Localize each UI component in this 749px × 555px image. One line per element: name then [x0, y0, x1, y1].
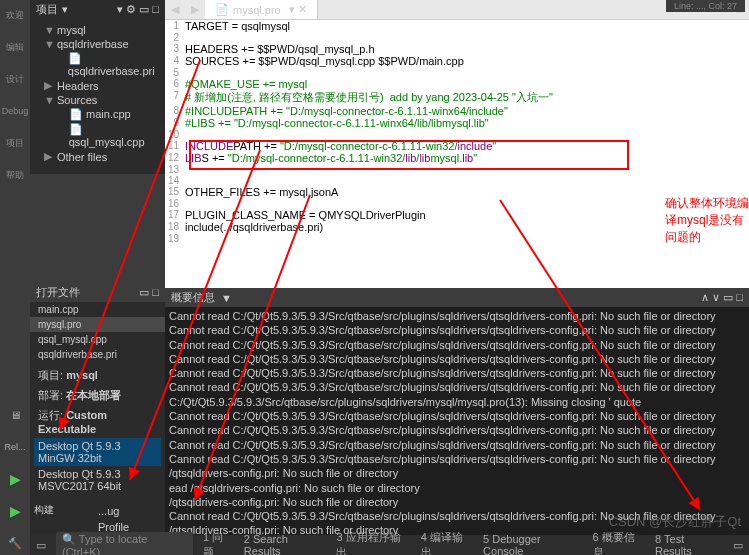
nav-back-icon[interactable]: ◀ — [165, 0, 185, 19]
status-tab[interactable]: 1 问题 — [203, 530, 234, 555]
tree-item[interactable]: 📄 qsql_mysql.cpp — [32, 122, 163, 149]
design-mode[interactable]: 设计 — [3, 67, 27, 91]
debug-continue-icon[interactable]: Rel... — [3, 435, 27, 459]
kit-option[interactable]: Desktop Qt 5.9.3 MinGW 32bit — [34, 438, 161, 466]
build-config-option[interactable]: ...ug — [94, 503, 161, 519]
status-tab[interactable]: 4 编译输出 — [421, 530, 473, 555]
status-tab[interactable]: 2 Search Results — [244, 530, 327, 555]
welcome-mode[interactable]: 欢迎 — [3, 3, 27, 27]
status-tab[interactable]: 8 Test Results — [655, 530, 723, 555]
project-tree[interactable]: ▼mysql▼qsqldriverbase📄 qsqldriverbase.pr… — [30, 19, 165, 174]
tree-item[interactable]: ▶Other files — [32, 149, 163, 164]
editor-tab[interactable]: 📄 mysql.pro ▾ ✕ — [205, 0, 318, 19]
status-tab[interactable]: 5 Debugger Console — [483, 530, 583, 555]
status-tab[interactable]: 3 应用程序输出 — [336, 530, 410, 555]
tree-item[interactable]: ▼qsqldriverbase — [32, 37, 163, 51]
tree-item[interactable]: ▶Headers — [32, 78, 163, 93]
filter-icon[interactable]: ▼ — [221, 292, 232, 304]
editor-tabs: ◀ ▶ 📄 mysql.pro ▾ ✕ ▭ □ — [165, 0, 749, 20]
text-annotation: 确认整体环境编译mysql是没有问题的 — [665, 195, 749, 246]
tree-item[interactable]: 📄 qsqldriverbase.pri — [32, 51, 163, 78]
kit-selector-icon[interactable]: 🖥 — [3, 403, 27, 427]
code-editor[interactable]: 确认整体环境编译mysql是没有问题的 1TARGET = qsqlmysql2… — [165, 20, 749, 288]
kit-panel: 项目: mysql 部署: 在本地部署 运行: Custom Executabl… — [30, 362, 165, 499]
open-file-item[interactable]: mysql.pro — [30, 317, 165, 332]
kit-option[interactable]: Desktop Qt 5.9.3 MSVC2017 64bit — [34, 466, 161, 494]
open-file-item[interactable]: main.cpp — [30, 302, 165, 317]
open-files-list[interactable]: main.cppmysql.proqsql_mysql.cppqsqldrive… — [30, 302, 165, 362]
open-files-header: 打开文件▭ □ — [30, 283, 165, 302]
watermark: CSDN @长沙红胖子Qt — [609, 513, 741, 531]
help-mode[interactable]: 帮助 — [3, 163, 27, 187]
mode-rail: 欢迎 编辑 设计 Debug 项目 帮助 🖥 Rel... ▶ ▶ 🔨 — [0, 0, 30, 555]
status-tab[interactable]: 6 概要信息 — [593, 530, 645, 555]
build-icon[interactable]: 🔨 — [3, 531, 27, 555]
open-file-item[interactable]: qsql_mysql.cpp — [30, 332, 165, 347]
locator-input[interactable]: 🔍 Type to locate (Ctrl+K) — [56, 532, 193, 556]
open-file-item[interactable]: qsqldriverbase.pri — [30, 347, 165, 362]
tree-item[interactable]: ▼Sources — [32, 93, 163, 107]
project-panel-header: 项目▾▾ ⚙ ▭ □ — [30, 0, 165, 19]
debug-mode[interactable]: Debug — [3, 99, 27, 123]
toggle-sidebar-icon[interactable]: ▭ — [36, 539, 46, 552]
file-icon: 📄 — [215, 3, 229, 16]
edit-mode[interactable]: 编辑 — [3, 35, 27, 59]
tree-item[interactable]: ▼mysql — [32, 23, 163, 37]
run-icon[interactable]: ▶ — [3, 467, 27, 491]
projects-mode[interactable]: 项目 — [3, 131, 27, 155]
status-bar: ▭ 🔍 Type to locate (Ctrl+K) 1 问题2 Search… — [30, 535, 749, 555]
output-panel-header: 概要信息 ▼ ∧ ∨ ▭ □ — [165, 288, 749, 307]
cursor-position: Line: ..., Col: 27 — [666, 0, 745, 12]
tree-item[interactable]: 📄 main.cpp — [32, 107, 163, 122]
nav-fwd-icon[interactable]: ▶ — [185, 0, 205, 19]
progress-icon: ▭ — [733, 539, 743, 552]
debug-run-icon[interactable]: ▶ — [3, 499, 27, 523]
